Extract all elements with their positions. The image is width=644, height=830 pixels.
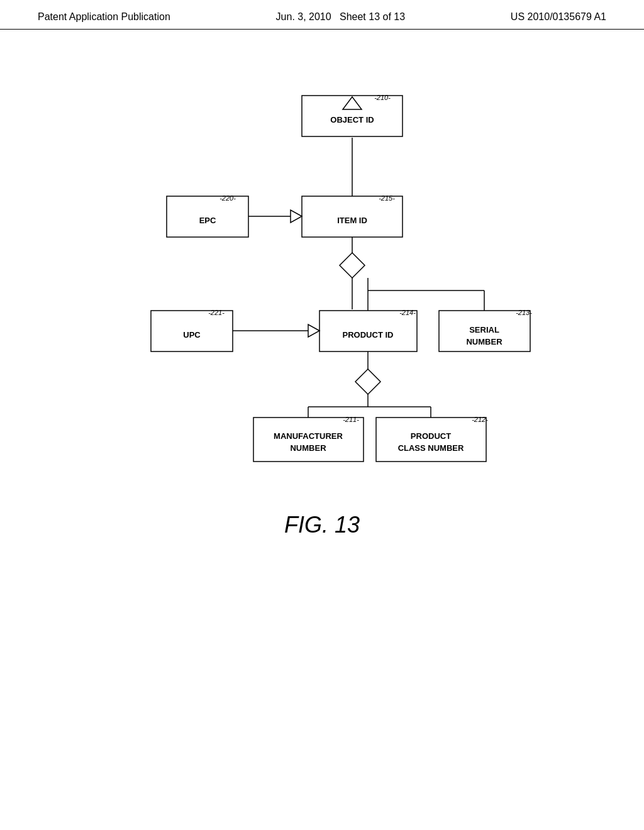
node-220: -220- EPC bbox=[167, 194, 248, 237]
svg-text:-210-: -210- bbox=[374, 94, 391, 101]
page-header: Patent Application Publication Jun. 3, 2… bbox=[0, 0, 644, 30]
node-214: -214- PRODUCT ID bbox=[319, 309, 417, 351]
svg-text:-221-: -221- bbox=[208, 309, 225, 316]
svg-marker-32 bbox=[355, 369, 380, 394]
svg-marker-12 bbox=[291, 210, 302, 223]
svg-text:UPC: UPC bbox=[183, 330, 201, 340]
header-publication: Patent Application Publication bbox=[38, 11, 170, 23]
svg-text:-214-: -214- bbox=[399, 309, 416, 316]
svg-text:ITEM ID: ITEM ID bbox=[337, 216, 367, 225]
figure-label: FIG. 13 bbox=[284, 512, 360, 538]
svg-text:PRODUCT: PRODUCT bbox=[411, 431, 451, 441]
svg-text:-220-: -220- bbox=[219, 194, 236, 202]
header-patent: US 2010/0135679 A1 bbox=[511, 11, 606, 23]
node-221: -221- UPC bbox=[151, 309, 233, 351]
svg-text:NUMBER: NUMBER bbox=[290, 443, 326, 453]
svg-marker-13 bbox=[340, 253, 365, 278]
header-date-sheet: Jun. 3, 2010 Sheet 13 of 13 bbox=[276, 11, 406, 23]
uml-diagram: -210- OBJECT ID -215- ITEM ID -220- EPC bbox=[0, 30, 644, 721]
svg-text:PRODUCT ID: PRODUCT ID bbox=[343, 330, 394, 340]
svg-text:-213-: -213- bbox=[516, 309, 532, 316]
svg-text:-212-: -212- bbox=[472, 416, 488, 423]
svg-text:-215-: -215- bbox=[379, 194, 395, 202]
svg-text:-211-: -211- bbox=[343, 416, 359, 423]
node-213: -213- SERIAL NUMBER bbox=[439, 309, 532, 351]
svg-text:MANUFACTURER: MANUFACTURER bbox=[274, 431, 343, 441]
svg-text:CLASS NUMBER: CLASS NUMBER bbox=[398, 443, 464, 453]
diagram-container: -210- OBJECT ID -215- ITEM ID -220- EPC bbox=[0, 30, 644, 721]
svg-marker-31 bbox=[308, 324, 319, 337]
svg-text:SERIAL: SERIAL bbox=[469, 325, 499, 335]
svg-text:EPC: EPC bbox=[199, 216, 216, 225]
svg-text:OBJECT ID: OBJECT ID bbox=[330, 115, 374, 124]
node-215: -215- ITEM ID bbox=[302, 194, 402, 237]
svg-text:NUMBER: NUMBER bbox=[466, 337, 502, 346]
node-211: -211- MANUFACTURER NUMBER bbox=[253, 416, 364, 462]
node-212: -212- PRODUCT CLASS NUMBER bbox=[376, 416, 488, 462]
